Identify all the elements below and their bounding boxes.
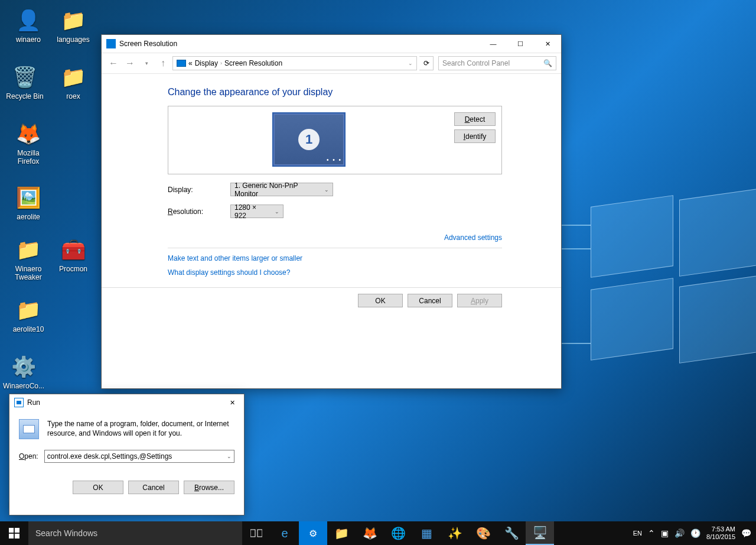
search-input[interactable]: Search Control Panel 🔍: [438, 56, 556, 70]
resolution-label: Resolution:: [168, 207, 230, 216]
file-icon: 🧰: [59, 235, 87, 264]
back-button[interactable]: ←: [106, 56, 120, 70]
desktop-icon[interactable]: 🦊Mozilla Firefox: [6, 119, 51, 166]
chevron-down-icon[interactable]: ⌄: [227, 453, 232, 459]
edge-icon[interactable]: e: [271, 521, 299, 545]
taskbar-apps: e ⚙ 📁 🦊 🌐 ▦ ✨ 🎨 🔧 🖥️: [271, 521, 554, 545]
volume-icon[interactable]: 🔊: [674, 528, 685, 538]
start-button[interactable]: [0, 521, 28, 545]
run-dialog: Run ✕ Type the name of a program, folder…: [9, 394, 245, 515]
task-view-button[interactable]: [242, 521, 271, 545]
detect-button[interactable]: Detect: [454, 112, 496, 126]
breadcrumb-dropdown-icon[interactable]: ⌄: [408, 60, 413, 66]
breadcrumb-screenres[interactable]: Screen Resolution: [224, 59, 282, 67]
icon-label: languages: [51, 35, 96, 44]
titlebar[interactable]: Run ✕: [9, 394, 244, 411]
action-center-icon[interactable]: 💬: [741, 528, 751, 538]
icon-label: Procmon: [51, 265, 96, 273]
paint-icon[interactable]: 🎨: [469, 521, 497, 545]
window-icon: [106, 39, 116, 48]
procmon-icon[interactable]: ▦: [412, 521, 441, 545]
file-icon: 👤: [14, 6, 43, 34]
up-button[interactable]: ↑: [156, 56, 170, 70]
control-panel-icon: [177, 60, 186, 67]
svg-rect-4: [250, 530, 255, 537]
desktop-icon[interactable]: 📁roex: [51, 63, 96, 100]
settings-icon[interactable]: ⚙: [299, 521, 327, 545]
file-icon: 📁: [59, 63, 87, 91]
taskbar-clock[interactable]: 7:53 AM 8/10/2015: [706, 525, 735, 541]
icon-label: aerolite10: [6, 325, 51, 333]
desktop-icon[interactable]: 🧰Procmon: [51, 235, 96, 273]
help-link[interactable]: What display settings should I choose?: [168, 268, 561, 277]
desktop-icon[interactable]: 📁Winaero Tweaker: [6, 235, 51, 281]
ok-button[interactable]: OK: [358, 294, 403, 307]
file-icon: 🦊: [14, 119, 43, 148]
resolution-combo[interactable]: 756 × 545 ⌄: [230, 205, 284, 218]
minimize-button[interactable]: —: [480, 35, 507, 53]
advanced-settings-link[interactable]: Advanced settings: [168, 233, 502, 242]
titlebar[interactable]: Screen Resolution — ☐ ✕: [102, 35, 561, 53]
desktop-icon[interactable]: ⚙️WinaeroCo...: [1, 352, 46, 390]
monitor-preview[interactable]: 1 • • •: [272, 112, 346, 167]
desktop-icon[interactable]: 📁aerolite10: [6, 296, 51, 333]
cancel-button[interactable]: Cancel: [408, 294, 452, 307]
display-combo[interactable]: 1. Generic Non-PnP Monitor ⌄: [230, 183, 333, 196]
divider: [168, 248, 502, 248]
tray-chevron-icon[interactable]: ⌃: [648, 528, 655, 538]
svg-rect-5: [258, 530, 262, 537]
browse-button[interactable]: Browse...: [184, 481, 234, 494]
close-button[interactable]: ✕: [534, 35, 561, 53]
desktop-icon[interactable]: 🗑️Recycle Bin: [2, 63, 47, 100]
open-input[interactable]: control.exe desk.cpl,Settings,@Settings …: [44, 450, 234, 463]
control-panel-icon[interactable]: 🖥️: [526, 521, 554, 545]
monitor-number: 1: [298, 129, 320, 150]
desktop-icon[interactable]: 🖼️aerolite: [6, 183, 51, 221]
run-icon: [14, 398, 24, 407]
window-title: Screen Resolution: [119, 40, 177, 48]
file-explorer-icon[interactable]: 📁: [327, 521, 356, 545]
refresh-button[interactable]: ⟳: [419, 56, 434, 70]
icon-label: winaero: [6, 35, 51, 44]
winaero-icon[interactable]: 🔧: [497, 521, 526, 545]
apply-button[interactable]: Apply: [457, 294, 502, 307]
firefox-icon[interactable]: 🦊: [356, 521, 384, 545]
task-view-icon: [250, 528, 262, 538]
ok-button[interactable]: OK: [73, 481, 123, 494]
file-icon: 🖼️: [14, 183, 43, 212]
run-dialog-icon: [19, 419, 39, 439]
open-label: Open:: [19, 452, 38, 460]
window-title: Run: [27, 398, 40, 407]
icon-label: aerolite: [6, 213, 51, 221]
clock-icon[interactable]: 🕐: [690, 528, 700, 538]
display-label: Display:: [168, 186, 230, 194]
monitor-layout-box[interactable]: 1 • • • Detect Identify: [168, 106, 502, 174]
chrome-icon[interactable]: 🌐: [384, 521, 412, 545]
taskbar: Search Windows e ⚙ 📁 🦊 🌐 ▦ ✨ 🎨 🔧 🖥️ EN ⌃…: [0, 521, 756, 545]
breadcrumb[interactable]: « Display › Screen Resolution ⌄: [172, 56, 417, 70]
desktop-icon[interactable]: 👤winaero: [6, 6, 51, 44]
breadcrumb-display[interactable]: Display: [195, 59, 218, 67]
cancel-button[interactable]: Cancel: [128, 481, 179, 494]
icon-label: Winaero Tweaker: [6, 265, 51, 281]
chevron-down-icon: ⌄: [275, 209, 279, 215]
taskbar-search[interactable]: Search Windows: [28, 521, 242, 545]
breadcrumb-sep: ›: [220, 60, 222, 66]
file-icon: 🗑️: [11, 63, 39, 91]
navbar: ← → ▾ ↑ « Display › Screen Resolution ⌄ …: [102, 53, 561, 74]
onedrive-icon[interactable]: ▣: [661, 528, 669, 538]
language-indicator[interactable]: EN: [633, 530, 642, 537]
breadcrumb-prefix: «: [188, 59, 193, 67]
icon-label: Recycle Bin: [2, 92, 47, 100]
maximize-button[interactable]: ☐: [507, 35, 534, 53]
desktop-icon[interactable]: 📁languages: [51, 6, 96, 44]
identify-button[interactable]: Identify: [454, 129, 496, 143]
forward-button[interactable]: →: [123, 56, 137, 70]
windows-logo-icon: [9, 528, 19, 538]
file-icon: 📁: [14, 296, 43, 324]
close-button[interactable]: ✕: [220, 394, 244, 411]
tweaker-icon[interactable]: ✨: [441, 521, 469, 545]
text-size-link[interactable]: Make text and other items larger or smal…: [168, 254, 561, 262]
recent-dropdown[interactable]: ▾: [139, 56, 154, 70]
screen-resolution-window: Screen Resolution — ☐ ✕ ← → ▾ ↑ « Displa…: [101, 34, 562, 389]
